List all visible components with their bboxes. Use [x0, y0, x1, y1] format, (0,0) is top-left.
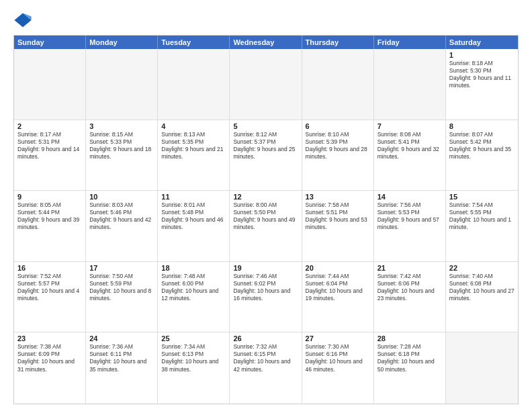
day-number: 1 [449, 51, 515, 59]
day-info: Sunrise: 8:15 AM Sunset: 5:33 PM Dayligh… [89, 131, 154, 161]
calendar-cell: 20Sunrise: 7:44 AM Sunset: 6:04 PM Dayli… [302, 262, 374, 332]
day-number: 19 [233, 264, 298, 272]
header-day-wednesday: Wednesday [230, 36, 302, 49]
day-number: 22 [449, 264, 515, 272]
day-number: 23 [17, 334, 82, 342]
day-info: Sunrise: 8:03 AM Sunset: 5:46 PM Dayligh… [89, 201, 154, 231]
day-number: 8 [449, 122, 515, 130]
calendar-cell: 17Sunrise: 7:50 AM Sunset: 5:59 PM Dayli… [86, 262, 158, 332]
calendar-cell: 28Sunrise: 7:28 AM Sunset: 6:18 PM Dayli… [374, 332, 446, 404]
calendar-cell: 9Sunrise: 8:05 AM Sunset: 5:44 PM Daylig… [14, 191, 86, 261]
day-info: Sunrise: 7:50 AM Sunset: 5:59 PM Dayligh… [89, 273, 154, 302]
day-number: 21 [378, 264, 442, 272]
calendar-body: 1Sunrise: 8:18 AM Sunset: 5:30 PM Daylig… [14, 49, 518, 404]
header-day-tuesday: Tuesday [158, 36, 230, 49]
day-number: 20 [306, 264, 370, 272]
calendar-cell: 16Sunrise: 7:52 AM Sunset: 5:57 PM Dayli… [14, 262, 86, 332]
calendar-cell: 14Sunrise: 7:56 AM Sunset: 5:53 PM Dayli… [374, 191, 446, 261]
day-number: 27 [306, 334, 370, 342]
calendar-cell: 26Sunrise: 7:32 AM Sunset: 6:15 PM Dayli… [230, 332, 302, 404]
day-info: Sunrise: 7:40 AM Sunset: 6:08 PM Dayligh… [449, 273, 515, 302]
day-info: Sunrise: 8:17 AM Sunset: 5:31 PM Dayligh… [17, 131, 82, 161]
day-info: Sunrise: 7:36 AM Sunset: 6:11 PM Dayligh… [89, 343, 154, 373]
calendar-cell: 13Sunrise: 7:58 AM Sunset: 5:51 PM Dayli… [302, 191, 374, 261]
calendar-cell: 19Sunrise: 7:46 AM Sunset: 6:02 PM Dayli… [230, 262, 302, 332]
calendar-cell: 5Sunrise: 8:12 AM Sunset: 5:37 PM Daylig… [230, 120, 302, 191]
day-number: 7 [378, 122, 442, 130]
day-number: 14 [378, 193, 442, 201]
calendar-cell [158, 49, 230, 120]
day-number: 9 [17, 193, 82, 201]
calendar-cell: 23Sunrise: 7:38 AM Sunset: 6:09 PM Dayli… [14, 332, 86, 404]
day-number: 6 [306, 122, 370, 130]
calendar-cell: 12Sunrise: 8:00 AM Sunset: 5:50 PM Dayli… [230, 191, 302, 261]
day-info: Sunrise: 8:07 AM Sunset: 5:42 PM Dayligh… [449, 131, 515, 161]
day-number: 5 [233, 122, 298, 130]
day-number: 16 [17, 264, 82, 272]
day-info: Sunrise: 7:58 AM Sunset: 5:51 PM Dayligh… [306, 201, 370, 231]
day-info: Sunrise: 8:12 AM Sunset: 5:37 PM Dayligh… [233, 131, 298, 161]
day-number: 25 [161, 334, 226, 342]
calendar-cell: 6Sunrise: 8:10 AM Sunset: 5:39 PM Daylig… [302, 120, 374, 191]
calendar-cell: 27Sunrise: 7:30 AM Sunset: 6:16 PM Dayli… [302, 332, 374, 404]
day-number: 15 [449, 193, 515, 201]
day-info: Sunrise: 7:56 AM Sunset: 5:53 PM Dayligh… [378, 201, 442, 231]
day-number: 26 [233, 334, 298, 342]
calendar-cell: 15Sunrise: 7:54 AM Sunset: 5:55 PM Dayli… [446, 191, 518, 261]
header-day-sunday: Sunday [14, 36, 86, 49]
day-info: Sunrise: 8:10 AM Sunset: 5:39 PM Dayligh… [306, 131, 370, 161]
logo [13, 11, 35, 30]
calendar-cell: 25Sunrise: 7:34 AM Sunset: 6:13 PM Dayli… [158, 332, 230, 404]
calendar-cell: 21Sunrise: 7:42 AM Sunset: 6:06 PM Dayli… [374, 262, 446, 332]
calendar-cell [302, 49, 374, 120]
header-day-monday: Monday [86, 36, 158, 49]
page: SundayMondayTuesdayWednesdayThursdayFrid… [0, 0, 532, 411]
calendar-cell: 7Sunrise: 8:08 AM Sunset: 5:41 PM Daylig… [374, 120, 446, 191]
header-day-thursday: Thursday [302, 36, 374, 49]
header-day-friday: Friday [374, 36, 446, 49]
calendar-cell [374, 49, 446, 120]
day-number: 28 [378, 334, 442, 342]
day-info: Sunrise: 8:08 AM Sunset: 5:41 PM Dayligh… [378, 131, 442, 161]
calendar-cell: 24Sunrise: 7:36 AM Sunset: 6:11 PM Dayli… [86, 332, 158, 404]
calendar-cell [86, 49, 158, 120]
calendar-cell [230, 49, 302, 120]
day-info: Sunrise: 7:28 AM Sunset: 6:18 PM Dayligh… [378, 343, 442, 373]
day-info: Sunrise: 7:44 AM Sunset: 6:04 PM Dayligh… [306, 273, 370, 302]
calendar-cell [446, 332, 518, 404]
day-number: 12 [233, 193, 298, 201]
calendar-cell: 2Sunrise: 8:17 AM Sunset: 5:31 PM Daylig… [14, 120, 86, 191]
day-number: 2 [17, 122, 82, 130]
day-number: 24 [89, 334, 154, 342]
calendar-cell: 22Sunrise: 7:40 AM Sunset: 6:08 PM Dayli… [446, 262, 518, 332]
day-info: Sunrise: 7:46 AM Sunset: 6:02 PM Dayligh… [233, 273, 298, 302]
calendar-cell: 8Sunrise: 8:07 AM Sunset: 5:42 PM Daylig… [446, 120, 518, 191]
day-number: 10 [89, 193, 154, 201]
calendar-cell: 11Sunrise: 8:01 AM Sunset: 5:48 PM Dayli… [158, 191, 230, 261]
day-info: Sunrise: 8:13 AM Sunset: 5:35 PM Dayligh… [161, 131, 226, 161]
day-info: Sunrise: 7:32 AM Sunset: 6:15 PM Dayligh… [233, 343, 298, 373]
calendar-week-1: 2Sunrise: 8:17 AM Sunset: 5:31 PM Daylig… [14, 120, 518, 191]
day-info: Sunrise: 8:18 AM Sunset: 5:30 PM Dayligh… [449, 60, 515, 89]
day-number: 17 [89, 264, 154, 272]
header-day-saturday: Saturday [446, 36, 518, 49]
day-info: Sunrise: 7:54 AM Sunset: 5:55 PM Dayligh… [449, 201, 515, 231]
day-info: Sunrise: 8:05 AM Sunset: 5:44 PM Dayligh… [17, 201, 82, 231]
svg-marker-0 [14, 13, 31, 28]
day-info: Sunrise: 7:48 AM Sunset: 6:00 PM Dayligh… [161, 273, 226, 302]
day-number: 3 [89, 122, 154, 130]
day-info: Sunrise: 8:00 AM Sunset: 5:50 PM Dayligh… [233, 201, 298, 231]
calendar-cell: 18Sunrise: 7:48 AM Sunset: 6:00 PM Dayli… [158, 262, 230, 332]
calendar-cell [14, 49, 86, 120]
day-number: 4 [161, 122, 226, 130]
day-number: 18 [161, 264, 226, 272]
calendar-cell: 1Sunrise: 8:18 AM Sunset: 5:30 PM Daylig… [446, 49, 518, 120]
calendar-week-3: 16Sunrise: 7:52 AM Sunset: 5:57 PM Dayli… [14, 262, 518, 333]
day-number: 13 [306, 193, 370, 201]
calendar-week-4: 23Sunrise: 7:38 AM Sunset: 6:09 PM Dayli… [14, 332, 518, 404]
day-info: Sunrise: 7:38 AM Sunset: 6:09 PM Dayligh… [17, 343, 82, 373]
calendar: SundayMondayTuesdayWednesdayThursdayFrid… [13, 35, 519, 404]
day-info: Sunrise: 7:34 AM Sunset: 6:13 PM Dayligh… [161, 343, 226, 373]
calendar-week-2: 9Sunrise: 8:05 AM Sunset: 5:44 PM Daylig… [14, 191, 518, 262]
day-info: Sunrise: 8:01 AM Sunset: 5:48 PM Dayligh… [161, 201, 226, 231]
